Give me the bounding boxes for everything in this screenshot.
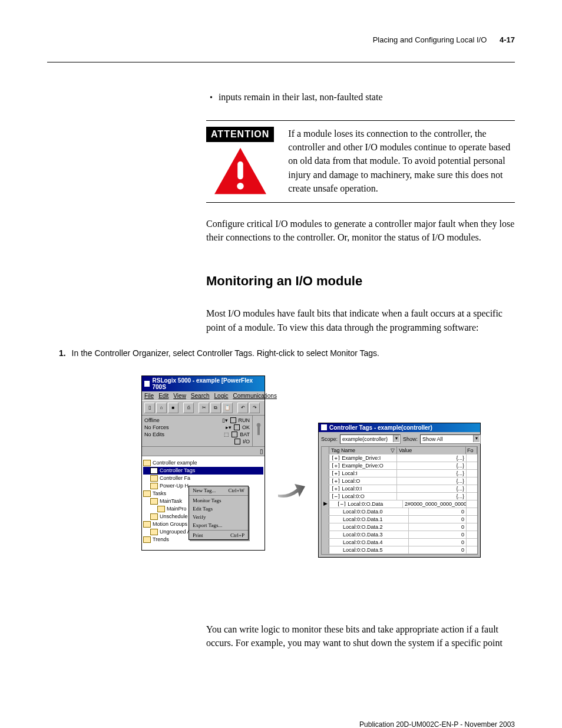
cell-tagname: Local:0:O.Data.2 — [329, 523, 409, 531]
expand-icon[interactable]: [−] — [331, 493, 340, 499]
grid-row[interactable]: [+]Local:I{...} — [322, 470, 477, 477]
menu-logic[interactable]: Logic — [214, 393, 229, 399]
context-menu-item[interactable]: Monitor Tags — [189, 496, 248, 505]
svg-rect-1 — [237, 162, 243, 180]
menu-view[interactable]: View — [173, 393, 186, 399]
cell-fo — [467, 500, 477, 508]
cell-tagname: [+]Local:O — [329, 477, 397, 485]
key-icon — [252, 416, 265, 446]
svg-rect-3 — [257, 423, 260, 435]
context-menu-item[interactable]: New Tag...Ctrl+W — [189, 486, 248, 495]
row-selector[interactable] — [322, 485, 329, 492]
grid-row[interactable]: Local:0:O.Data.20 — [322, 523, 477, 531]
cell-tagname: Local:0:O.Data.0 — [329, 508, 409, 515]
cell-fo — [467, 462, 477, 469]
expand-icon[interactable]: [+] — [331, 463, 340, 469]
tags-grid[interactable]: Tag Name ▽ Value Fo [+]Example_Drive:I{.… — [321, 446, 478, 555]
arrow-icon — [277, 478, 306, 502]
cell-fo — [467, 477, 477, 485]
tree-item[interactable]: Controller Tags — [143, 467, 263, 475]
row-selector[interactable] — [322, 516, 329, 523]
cell-fo — [467, 493, 477, 500]
context-menu-item[interactable]: Verify — [189, 513, 248, 521]
titlebar[interactable]: RSLogix 5000 - example [PowerFlex 700S — [142, 376, 265, 391]
cut-icon[interactable]: ✂ — [199, 403, 209, 413]
warning-triangle-icon — [212, 146, 269, 196]
col-tagname[interactable]: Tag Name ▽ — [329, 447, 397, 454]
grid-row[interactable]: Local:0:O.Data.00 — [322, 508, 477, 516]
redo-icon[interactable]: ↷ — [249, 403, 260, 413]
row-selector[interactable] — [322, 546, 329, 554]
cell-fo — [467, 546, 477, 554]
header-rule — [47, 62, 515, 62]
row-selector[interactable] — [322, 523, 329, 531]
row-selector[interactable] — [322, 477, 329, 485]
paste-icon[interactable]: 📋 — [222, 403, 233, 413]
titlebar[interactable]: Controller Tags - example(controller) — [319, 423, 480, 432]
new-icon[interactable]: ▯ — [144, 403, 155, 413]
save-icon[interactable]: ■ — [168, 403, 178, 413]
menu-communications[interactable]: Communications — [233, 393, 276, 399]
cell-tagname: Local:0:O.Data.5 — [329, 546, 409, 554]
expand-icon[interactable]: [+] — [331, 478, 340, 484]
grid-row[interactable]: [+]Local:O{...} — [322, 477, 477, 485]
undo-icon[interactable]: ↶ — [237, 403, 248, 413]
context-menu[interactable]: New Tag...Ctrl+WMonitor TagsEdit TagsVer… — [189, 486, 249, 540]
context-menu-item[interactable]: Edit Tags — [189, 505, 248, 513]
folder-icon — [143, 521, 151, 528]
row-selector[interactable]: ▶ — [322, 500, 329, 508]
menu-file[interactable]: File — [144, 393, 154, 399]
context-menu-item[interactable]: Export Tags... — [189, 521, 248, 529]
tree-item[interactable]: Controller example — [143, 459, 263, 467]
grid-row[interactable]: Local:0:O.Data.10 — [322, 516, 477, 523]
grid-row[interactable]: [+]Local:0:I{...} — [322, 485, 477, 493]
expand-icon[interactable]: [+] — [331, 470, 340, 476]
expand-icon[interactable]: [+] — [331, 486, 340, 492]
menu-edit[interactable]: Edit — [158, 393, 168, 399]
col-fo[interactable]: Fo — [466, 447, 477, 454]
row-selector[interactable] — [322, 493, 329, 500]
tree-item-label: Tasks — [153, 490, 166, 498]
grid-row[interactable]: Local:0:O.Data.30 — [322, 531, 477, 539]
row-selector[interactable] — [322, 470, 329, 477]
folder-icon — [143, 536, 151, 543]
grid-row[interactable]: Local:0:O.Data.40 — [322, 539, 477, 546]
status-noedits: No Edits — [144, 431, 164, 438]
cell-tagname: [−]Local:0:O — [329, 493, 397, 500]
show-combo[interactable]: Show All — [420, 434, 481, 444]
open-icon[interactable]: ⌂ — [156, 403, 167, 413]
row-selector[interactable] — [322, 508, 329, 515]
row-selector[interactable] — [322, 531, 329, 538]
tree-item[interactable]: Controller Fa — [143, 475, 263, 482]
row-selector[interactable] — [322, 462, 329, 469]
menubar[interactable]: File Edit View Search Logic Communicatio… — [142, 391, 265, 400]
paragraph: You can write logic to monitor these bit… — [206, 622, 515, 650]
cell-fo — [467, 523, 477, 531]
led-bat — [232, 431, 237, 437]
tree-item-label: Motion Groups — [153, 521, 187, 528]
print-icon[interactable]: ⎙ — [183, 403, 194, 413]
attention-label: ATTENTION — [206, 127, 274, 142]
page-number: 4-17 — [500, 35, 515, 44]
col-value[interactable]: Value — [397, 447, 466, 454]
copy-icon[interactable]: ⧉ — [210, 403, 221, 413]
scope-combo[interactable]: example(controller) — [340, 434, 401, 444]
grid-row[interactable]: [+]Example_Drive:I{...} — [322, 454, 477, 462]
grid-row[interactable]: [+]Example_Drive:O{...} — [322, 462, 477, 470]
context-menu-item[interactable]: PrintCtrl+P — [189, 531, 248, 539]
row-selector[interactable] — [322, 539, 329, 546]
grid-row[interactable]: Local:0:O.Data.50 — [322, 546, 477, 554]
row-selector[interactable] — [322, 454, 329, 462]
bullet-dot: • — [210, 93, 213, 103]
rule — [206, 202, 515, 203]
menu-search[interactable]: Search — [191, 393, 210, 399]
cell-tagname: Local:0:O.Data.1 — [329, 516, 409, 523]
expand-icon[interactable]: [+] — [331, 455, 340, 461]
menu-separator — [189, 495, 248, 496]
step-number: 1. — [59, 348, 66, 358]
grid-row[interactable]: ▶[−]Local:0:O.Data2#0000_0000_0000_0000 — [322, 500, 477, 508]
grid-row[interactable]: [−]Local:0:O{...} — [322, 493, 477, 500]
cell-tagname: [+]Example_Drive:O — [329, 462, 397, 469]
expand-icon[interactable]: [−] — [337, 501, 346, 507]
tree-item-label: Power-Up H — [160, 482, 189, 490]
